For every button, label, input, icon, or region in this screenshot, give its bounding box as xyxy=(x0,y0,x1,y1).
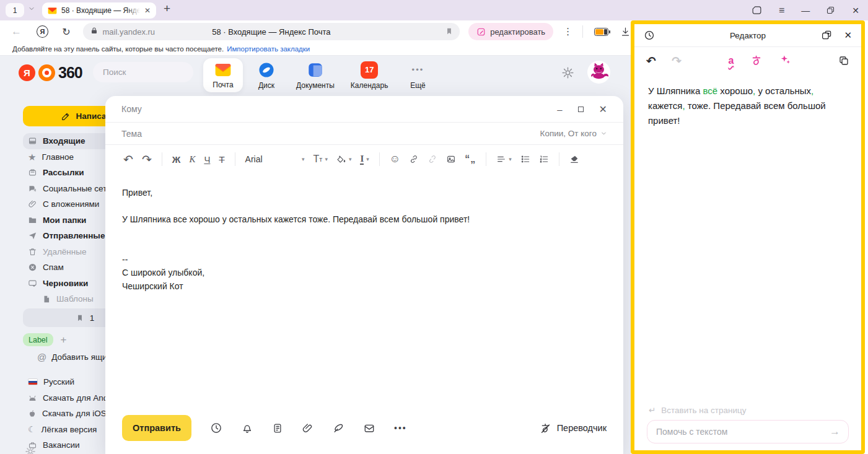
editor-result-text: У Шляпника всё хорошо, у остальных, каже… xyxy=(634,74,861,138)
downloads-icon[interactable] xyxy=(620,27,631,37)
numbered-list-button[interactable] xyxy=(539,154,549,164)
editor-text-correction: , xyxy=(811,85,813,96)
window-minimize-button[interactable]: — xyxy=(801,6,809,15)
bold-button[interactable]: Ж xyxy=(172,154,181,165)
spellcheck-icon[interactable]: а xyxy=(728,55,734,66)
reminder-bell-icon[interactable] xyxy=(241,422,253,434)
bullet-list-button[interactable] xyxy=(520,154,530,164)
body-line: С широкой улыбкой, xyxy=(122,266,607,280)
ai-prompt-field[interactable]: → xyxy=(647,420,849,443)
url-field[interactable]: mail.yandex.ru 58 · Входящие — Яндекс По… xyxy=(83,23,460,40)
moon-icon: ☾ xyxy=(28,424,36,434)
russian-flag-icon xyxy=(28,378,38,385)
compose-minimize-icon[interactable]: – xyxy=(557,104,562,115)
translator-icon xyxy=(540,422,551,434)
import-bookmarks-link[interactable]: Импортировать закладки xyxy=(227,45,310,53)
font-size-select[interactable]: Tт ▾ xyxy=(313,154,328,165)
tab-counter[interactable]: 1 xyxy=(6,3,24,17)
translator-button[interactable]: Переводчик xyxy=(540,422,607,434)
edit-page-label: редактировать xyxy=(490,27,545,37)
app-documents[interactable]: Документы xyxy=(290,58,341,92)
notes-icon[interactable] xyxy=(272,422,283,434)
more-actions-icon[interactable]: ••• xyxy=(394,423,407,433)
editor-toolbar: ↶ ↷ а xyxy=(634,47,861,74)
user-avatar[interactable] xyxy=(587,61,610,84)
send-button[interactable]: Отправить xyxy=(122,415,191,441)
italic-button[interactable]: К xyxy=(189,154,195,165)
remove-link-button[interactable] xyxy=(427,154,437,164)
redo-icon[interactable]: ↷ xyxy=(142,152,152,167)
yandex-360-logo[interactable]: Я 360 xyxy=(19,64,82,82)
insert-to-page-button[interactable]: ↵ Вставить на страницу xyxy=(649,405,746,415)
align-select[interactable]: ▾ xyxy=(496,154,512,164)
submit-arrow-icon[interactable]: → xyxy=(830,426,840,438)
sent-plane-icon xyxy=(28,231,37,240)
underline-button[interactable]: Ч xyxy=(204,154,210,165)
extension-menu-icon[interactable]: ⋮ xyxy=(563,26,572,37)
text-color-select[interactable]: I ▾ xyxy=(360,154,369,165)
message-body-editor[interactable]: Привет, У Шляпника все хорошо у остальны… xyxy=(105,173,623,306)
window-close-button[interactable]: ✕ xyxy=(852,6,859,15)
quote-button[interactable]: “„ xyxy=(465,154,476,165)
paperclip-icon xyxy=(28,199,37,209)
body-line xyxy=(122,200,607,214)
side-panels-icon[interactable] xyxy=(752,5,762,15)
trash-icon xyxy=(28,247,37,256)
highlight-color-select[interactable]: ▾ xyxy=(336,154,352,164)
cc-from-toggle[interactable]: Копии, От кого xyxy=(540,129,607,138)
app-more[interactable]: ••• Ещё xyxy=(398,58,437,92)
settings-gear-icon[interactable] xyxy=(561,66,574,79)
label-tag[interactable]: Label xyxy=(23,333,53,346)
envelope-icon[interactable] xyxy=(363,422,375,434)
undo-icon[interactable]: ↶ xyxy=(123,152,133,167)
open-in-window-icon[interactable] xyxy=(821,30,832,41)
browser-tab[interactable]: 58 · Входящие — Яндек ✕ xyxy=(42,2,156,19)
app-calendar[interactable]: 17 Календарь xyxy=(344,58,395,92)
emoji-button[interactable]: ☺ xyxy=(390,153,400,165)
template-page-icon xyxy=(42,295,51,303)
chevron-down-icon xyxy=(600,130,607,137)
editor-close-icon[interactable]: ✕ xyxy=(844,30,852,41)
stamp-pen-icon[interactable] xyxy=(332,422,344,434)
new-tab-button[interactable]: + xyxy=(164,2,170,15)
yandex-button[interactable]: Я xyxy=(37,25,48,38)
back-icon[interactable]: ← xyxy=(11,25,22,38)
insert-image-button[interactable] xyxy=(446,154,456,164)
app-mail[interactable]: Почта xyxy=(203,58,243,92)
copy-icon[interactable] xyxy=(838,55,849,66)
360-logo-icon xyxy=(38,64,55,81)
page-settings-gear-icon[interactable] xyxy=(25,446,36,454)
ai-prompt-input[interactable] xyxy=(647,427,830,437)
add-mailbox-button[interactable]: @ Добавить ящик xyxy=(37,352,111,362)
mail-favicon xyxy=(48,7,57,15)
editor-redo-icon[interactable]: ↷ xyxy=(672,54,682,68)
eraser-button[interactable] xyxy=(569,154,579,164)
editor-text-correction: всё xyxy=(703,85,718,96)
address-bar: ← Я ↻ mail.yandex.ru 58 · Входящие — Янд… xyxy=(0,20,631,43)
browser-menu-icon[interactable]: ≡ xyxy=(779,5,784,16)
attach-file-icon[interactable] xyxy=(302,422,313,434)
insert-link-button[interactable] xyxy=(409,154,419,164)
apple-icon xyxy=(28,409,37,418)
tab-close-icon[interactable]: ✕ xyxy=(144,6,151,15)
app-disk[interactable]: Диск xyxy=(247,58,286,92)
android-icon xyxy=(28,394,37,402)
strikethrough-button[interactable]: Т xyxy=(219,154,224,165)
search-input[interactable] xyxy=(93,68,213,77)
edit-page-button[interactable]: редактировать xyxy=(468,23,553,40)
font-family-select[interactable]: Arial ▾ xyxy=(245,154,305,164)
compose-close-icon[interactable]: ✕ xyxy=(599,103,607,115)
editor-undo-icon[interactable]: ↶ xyxy=(646,54,656,68)
schedule-send-icon[interactable] xyxy=(210,422,222,434)
battery-saver-icon[interactable] xyxy=(594,28,608,36)
compose-expand-icon[interactable] xyxy=(578,107,584,112)
mail-search[interactable] xyxy=(93,62,193,82)
reload-icon[interactable]: ↻ xyxy=(62,26,70,38)
bookmark-flag-icon[interactable] xyxy=(445,27,454,38)
tab-list-chevron-icon[interactable] xyxy=(28,5,35,12)
window-restore-button[interactable] xyxy=(826,6,835,15)
edit-pencil-icon xyxy=(476,27,486,37)
ai-sparkles-icon[interactable] xyxy=(779,54,791,68)
translate-icon[interactable] xyxy=(750,55,763,67)
add-label-button[interactable]: + xyxy=(61,334,67,346)
